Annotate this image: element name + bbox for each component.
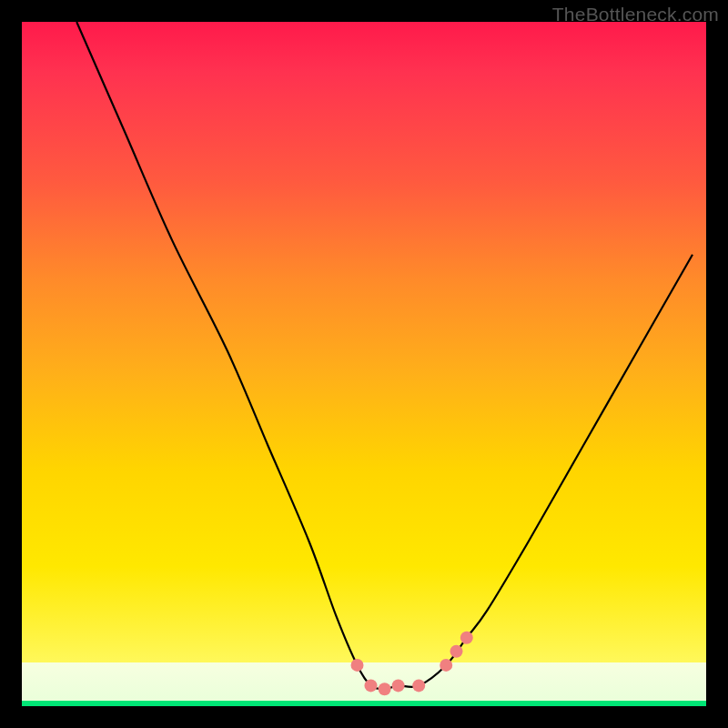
curve-marker — [351, 659, 364, 672]
curve-marker — [440, 659, 452, 672]
curve-marker — [365, 679, 378, 692]
watermark-text: TheBottleneck.com — [552, 4, 719, 25]
curve-svg — [22, 22, 706, 706]
curve-markers — [351, 632, 473, 695]
curve-marker — [392, 679, 405, 692]
curve-marker — [450, 645, 463, 658]
bottleneck-curve — [76, 22, 693, 689]
chart-frame: TheBottleneck.com — [0, 0, 728, 728]
curve-marker — [460, 632, 473, 644]
plot-area — [22, 22, 706, 706]
curve-marker — [412, 679, 425, 692]
curve-marker — [379, 682, 391, 695]
